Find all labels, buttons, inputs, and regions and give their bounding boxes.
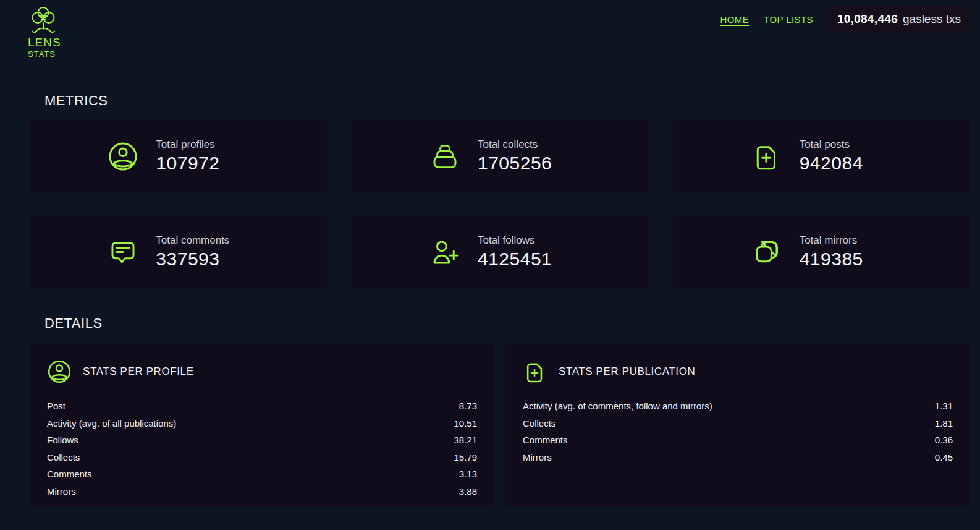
stat-value: 1.81 — [935, 418, 953, 429]
stat-row: Collects 15.79 — [47, 449, 477, 466]
profile-icon — [47, 359, 72, 384]
metric-card-total-mirrors: Total mirrors 419385 — [673, 216, 970, 288]
metrics-heading: METRICS — [44, 93, 970, 109]
metric-label: Total profiles — [156, 139, 248, 151]
stat-row: Mirrors 3.88 — [47, 483, 477, 500]
stat-value: 1.31 — [935, 401, 953, 411]
lens-tree-logo-icon — [28, 4, 59, 35]
main-nav: HOME TOP LISTS 10,084,446 gasless txs — [720, 6, 970, 33]
panel-header: STATS PER PROFILE — [47, 359, 477, 384]
stat-row: Follows 38.21 — [47, 432, 477, 449]
metric-value: 4125451 — [478, 249, 570, 270]
stat-label: Mirrors — [47, 486, 76, 497]
metric-value: 419385 — [800, 249, 892, 270]
panel-title: STATS PER PROFILE — [83, 365, 194, 378]
stat-label: Comments — [47, 469, 92, 479]
stat-label: Follows — [47, 435, 78, 445]
comment-icon — [108, 237, 138, 268]
stat-label: Activity (avg. of comments, follow and m… — [523, 401, 712, 411]
metric-card-total-collects: Total collects 1705256 — [352, 120, 649, 192]
stat-label: Post — [47, 401, 65, 411]
stat-value: 8.73 — [459, 401, 477, 411]
metric-card-total-follows: Total follows 4125451 — [352, 216, 649, 288]
gasless-txs-badge: 10,084,446 gasless txs — [828, 6, 970, 33]
stat-label: Mirrors — [523, 452, 552, 463]
stat-value: 0.45 — [935, 452, 953, 463]
stat-value: 3.13 — [459, 469, 477, 479]
metrics-cards: Total profiles 107972 Total collects 170… — [30, 120, 970, 288]
nav-home-link[interactable]: HOME — [720, 14, 750, 25]
stat-label: Activity (avg. of all publications) — [47, 418, 176, 429]
header: LENS STATS HOME TOP LISTS 10,084,446 gas… — [0, 0, 980, 58]
metric-value: 337593 — [156, 249, 248, 270]
metric-card-total-comments: Total comments 337593 — [30, 216, 327, 288]
stat-row: Comments 0.36 — [523, 432, 953, 449]
stat-value: 10.51 — [454, 418, 477, 429]
stat-value: 38.21 — [454, 435, 477, 445]
stat-row: Comments 3.13 — [47, 466, 477, 483]
metric-card-total-profiles: Total profiles 107972 — [30, 120, 327, 192]
stats-per-publication-panel: STATS PER PUBLICATION Activity (avg. of … — [505, 344, 970, 506]
stats-per-profile-panel: STATS PER PROFILE Post 8.73 Activity (av… — [30, 344, 494, 506]
logo-text-lens: LENS — [28, 36, 61, 48]
follow-icon — [429, 237, 460, 268]
stat-value: 0.36 — [935, 435, 953, 445]
gasless-txs-label: gasless txs — [903, 12, 961, 26]
stat-value: 3.88 — [459, 486, 477, 497]
logo[interactable]: LENS STATS — [28, 4, 61, 58]
stat-value: 15.79 — [454, 452, 477, 463]
metric-label: Total posts — [800, 139, 892, 151]
profile-icon — [108, 141, 138, 172]
stat-row: Activity (avg. of all publications) 10.5… — [47, 415, 477, 432]
stat-row: Post 8.73 — [47, 398, 477, 415]
collect-icon — [429, 141, 460, 172]
metric-card-total-posts: Total posts 942084 — [673, 120, 970, 192]
metric-value: 1705256 — [478, 153, 570, 174]
panel-header: STATS PER PUBLICATION — [523, 359, 953, 384]
metric-label: Total mirrors — [800, 234, 892, 247]
metric-label: Total comments — [156, 234, 248, 247]
details-panels: STATS PER PROFILE Post 8.73 Activity (av… — [30, 344, 970, 506]
nav-top-lists-link[interactable]: TOP LISTS — [764, 14, 813, 25]
publication-icon — [523, 359, 547, 384]
stat-row: Mirrors 0.45 — [523, 449, 953, 466]
stat-row: Activity (avg. of comments, follow and m… — [523, 398, 953, 415]
metric-value: 942084 — [800, 153, 892, 174]
main-content: METRICS Total profiles 107972 Total coll… — [0, 93, 980, 506]
stat-label: Collects — [47, 452, 80, 463]
metric-label: Total follows — [478, 234, 570, 247]
post-icon — [751, 141, 782, 172]
gasless-txs-count: 10,084,446 — [837, 12, 898, 26]
mirror-icon — [751, 237, 782, 268]
panel-title: STATS PER PUBLICATION — [559, 365, 695, 378]
metric-label: Total collects — [478, 139, 570, 151]
logo-text-stats: STATS — [28, 50, 61, 58]
metric-value: 107972 — [156, 153, 248, 174]
stat-label: Collects — [523, 418, 555, 429]
stat-label: Comments — [523, 435, 568, 445]
stat-row: Collects 1.81 — [523, 415, 953, 432]
details-heading: DETAILS — [44, 315, 970, 331]
